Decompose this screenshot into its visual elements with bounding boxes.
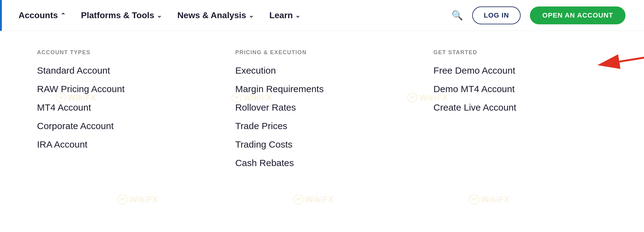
nav-item-accounts[interactable]: Accounts ⌃ [19, 10, 66, 20]
nav-item-learn[interactable]: Learn ⌄ [269, 10, 300, 20]
dropdown-column-account-types: ACCOUNT TYPES Standard Account RAW Prici… [25, 49, 223, 176]
menu-item-standard-account[interactable]: Standard Account [37, 65, 211, 76]
nav-right: 🔍 LOG IN OPEN AN ACCOUNT [452, 6, 626, 24]
menu-item-ira-account[interactable]: IRA Account [37, 139, 211, 150]
open-account-button[interactable]: OPEN AN ACCOUNT [530, 6, 625, 24]
menu-item-demo-mt4[interactable]: Demo MT4 Account [433, 83, 607, 95]
menu-item-mt4-account[interactable]: MT4 Account [37, 102, 211, 113]
svg-point-12 [118, 195, 127, 204]
menu-item-raw-pricing[interactable]: RAW Pricing Account [37, 83, 211, 95]
get-started-header: GET STARTED [433, 49, 607, 56]
arrow-annotation [601, 43, 644, 71]
navbar: Accounts ⌃ Platforms & Tools ⌄ News & An… [0, 0, 644, 31]
watermark-7: WikiFX [117, 194, 158, 205]
watermark-8: WikiFX [293, 194, 334, 205]
accounts-active-indicator [0, 0, 2, 31]
svg-line-19 [619, 46, 644, 62]
svg-point-13 [122, 198, 124, 201]
svg-point-16 [469, 195, 479, 204]
account-types-header: ACCOUNT TYPES [37, 49, 211, 56]
platforms-label: Platforms & Tools [81, 10, 155, 20]
news-chevron-icon: ⌄ [249, 12, 254, 19]
svg-point-15 [297, 198, 299, 201]
svg-point-14 [294, 195, 303, 204]
watermark-9: WikiFX [469, 194, 510, 205]
menu-item-create-live[interactable]: Create Live Account [433, 102, 607, 113]
dropdown-column-pricing: PRICING & EXECUTION Execution Margin Req… [223, 49, 421, 176]
accounts-chevron-up-icon: ⌃ [60, 12, 66, 19]
menu-item-corporate-account[interactable]: Corporate Account [37, 120, 211, 132]
menu-item-free-demo[interactable]: Free Demo Account [433, 65, 607, 76]
accounts-label: Accounts [19, 10, 58, 20]
learn-chevron-icon: ⌄ [295, 12, 300, 19]
menu-item-rollover-rates[interactable]: Rollover Rates [235, 102, 409, 113]
learn-label: Learn [269, 10, 293, 20]
pricing-execution-header: PRICING & EXECUTION [235, 49, 409, 56]
nav-item-platforms[interactable]: Platforms & Tools ⌄ [81, 10, 162, 20]
svg-point-17 [473, 198, 475, 201]
dropdown-menu: WikiFX WikiFX WikiFX WikiFX WikiFX [0, 31, 644, 194]
platforms-chevron-icon: ⌄ [157, 12, 162, 19]
menu-item-margin-requirements[interactable]: Margin Requirements [235, 83, 409, 95]
menu-item-trading-costs[interactable]: Trading Costs [235, 139, 409, 150]
menu-item-cash-rebates[interactable]: Cash Rebates [235, 157, 409, 169]
nav-item-news[interactable]: News & Analysis ⌄ [177, 10, 254, 20]
menu-item-trade-prices[interactable]: Trade Prices [235, 120, 409, 132]
dropdown-column-get-started: GET STARTED Free Demo Account Demo MT4 A… [421, 49, 619, 176]
login-button[interactable]: LOG IN [472, 6, 521, 24]
news-label: News & Analysis [177, 10, 246, 20]
search-icon[interactable]: 🔍 [452, 10, 463, 21]
nav-left: Accounts ⌃ Platforms & Tools ⌄ News & An… [19, 10, 300, 20]
menu-item-execution[interactable]: Execution [235, 65, 409, 76]
